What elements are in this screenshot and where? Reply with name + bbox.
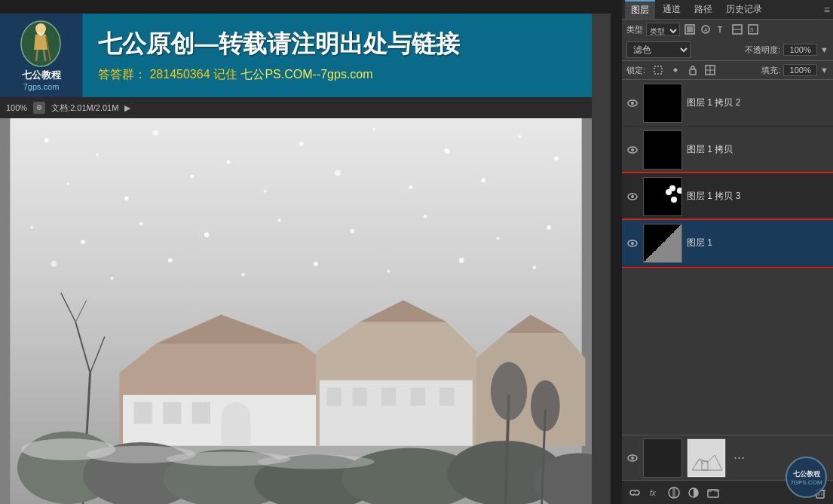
opacity-input[interactable] — [783, 44, 817, 56]
search-row: 类型 类型 A T S — [622, 20, 833, 39]
svg-point-91 — [631, 242, 634, 245]
banner-logo: 七公教程 7gps.com — [0, 14, 83, 97]
svg-point-37 — [387, 270, 390, 273]
svg-rect-79 — [654, 66, 662, 74]
svg-text:fx: fx — [650, 489, 657, 497]
svg-point-23 — [30, 226, 33, 229]
lock-label: 锁定: — [626, 65, 645, 76]
layer-icon-shape[interactable] — [730, 23, 744, 36]
fill-arrow[interactable]: ▼ — [820, 66, 828, 75]
svg-rect-51 — [352, 387, 366, 405]
layer-icon-adjustment[interactable]: A — [699, 23, 712, 36]
layer-icon-img[interactable] — [683, 23, 697, 36]
layer-thumb-1 — [643, 224, 682, 263]
layers-list[interactable]: 图层 1 拷贝 2 图层 1 拷贝 图层 1 拷贝 3 — [622, 80, 833, 435]
svg-point-18 — [190, 175, 194, 179]
layer-item-copy2[interactable]: 图层 1 拷贝 2 — [622, 80, 833, 127]
layer-thumb-copy2 — [643, 84, 682, 123]
fx-icon[interactable]: fx — [646, 484, 663, 501]
svg-rect-94 — [688, 440, 724, 476]
svg-text:T: T — [718, 26, 722, 34]
eye-icon-1[interactable] — [626, 237, 639, 249]
svg-point-15 — [554, 156, 559, 160]
svg-rect-98 — [672, 487, 675, 498]
svg-point-31 — [547, 225, 551, 230]
opacity-label: 不透明度: — [745, 44, 780, 56]
svg-point-35 — [241, 273, 245, 276]
fill-label: 填充: — [761, 65, 780, 76]
eye-icon-copy[interactable] — [626, 144, 639, 156]
svg-rect-46 — [134, 402, 152, 424]
layer-icon-text[interactable]: T — [715, 23, 728, 36]
adjustment-layer-icon[interactable] — [685, 484, 702, 501]
svg-point-11 — [299, 142, 304, 146]
svg-point-10 — [227, 160, 231, 164]
subtitle-highlight: 七公PS.COM--7gps.com — [240, 68, 372, 81]
tab-paths[interactable]: 路径 — [688, 1, 718, 18]
new-group-icon[interactable] — [705, 484, 721, 501]
svg-point-24 — [81, 240, 85, 244]
svg-point-36 — [314, 261, 318, 266]
canvas-svg — [0, 118, 592, 504]
svg-point-13 — [445, 148, 450, 154]
search-type-select[interactable]: 类型 — [647, 26, 679, 36]
add-mask-icon[interactable] — [666, 484, 682, 501]
svg-point-8 — [96, 153, 99, 156]
svg-point-14 — [519, 135, 522, 138]
lock-pixels-icon[interactable] — [669, 63, 682, 77]
svg-point-16 — [67, 182, 70, 185]
tab-layers[interactable]: 图层 — [625, 0, 655, 19]
right-panel: 图层 通道 路径 历史记录 ≡ 类型 类型 A T S — [622, 0, 833, 504]
svg-rect-52 — [381, 387, 396, 405]
tab-history[interactable]: 历史记录 — [720, 1, 768, 18]
link-layers-icon[interactable] — [626, 484, 643, 501]
logo-text: 七公教程 — [22, 69, 61, 82]
lock-position-icon[interactable] — [686, 63, 700, 77]
svg-rect-80 — [690, 69, 696, 75]
svg-rect-54 — [439, 387, 454, 405]
eye-icon-bg[interactable] — [626, 452, 639, 464]
layer-thumb-copy3 — [643, 177, 682, 216]
watermark-text: 七公教程 — [793, 469, 820, 479]
more-icon[interactable]: ··· — [733, 450, 745, 466]
tab-channels[interactable]: 通道 — [657, 1, 687, 18]
svg-point-93 — [631, 457, 634, 460]
svg-point-85 — [631, 102, 634, 105]
svg-point-19 — [264, 190, 267, 193]
blend-mode-select[interactable]: 滤色 — [626, 41, 691, 58]
banner-subtitle: 答答群： 281450364 记住 七公PS.COM--7gps.com — [98, 67, 577, 83]
svg-point-39 — [532, 266, 536, 270]
panel-menu-icon[interactable]: ≡ — [824, 4, 830, 16]
fill-input[interactable] — [783, 64, 817, 76]
settings-icon[interactable]: ⚙ — [33, 102, 45, 114]
watermark-sub: 7GPS.COM — [790, 479, 822, 486]
banner-title: 七公原创—转载请注明出处与链接 — [98, 28, 577, 61]
layer-item-copy3[interactable]: 图层 1 拷贝 3 — [622, 173, 833, 220]
opacity-arrow[interactable]: ▼ — [820, 45, 828, 54]
lock-artboard-icon[interactable] — [703, 63, 717, 77]
svg-point-89 — [631, 195, 634, 198]
layer-item-1[interactable]: 图层 1 — [622, 220, 833, 267]
svg-rect-50 — [327, 387, 341, 405]
fill-row: 填充: ▼ — [761, 64, 828, 76]
canvas-area: 七公教程 7gps.com 七公原创—转载请注明出处与链接 答答群： 28145… — [0, 14, 611, 504]
lock-icons — [651, 63, 717, 77]
watermark: 七公教程 7GPS.COM — [786, 457, 827, 498]
logo-sub: 7gps.com — [23, 82, 60, 91]
layer-thumb-bg — [643, 438, 682, 478]
eye-icon-copy3[interactable] — [626, 191, 639, 203]
svg-point-29 — [424, 215, 427, 218]
doc-info: 文档:2.01M/2.01M — [51, 102, 118, 114]
svg-point-32 — [51, 261, 57, 267]
ruler-right — [611, 14, 622, 504]
progress-arrow[interactable]: ▶ — [124, 103, 130, 113]
eye-icon-copy2[interactable] — [626, 97, 639, 109]
svg-point-30 — [497, 237, 500, 240]
search-select-box[interactable]: 类型 — [646, 23, 680, 36]
svg-point-21 — [409, 185, 412, 189]
svg-point-9 — [153, 130, 159, 136]
layer-item-copy[interactable]: 图层 1 拷贝 — [622, 127, 833, 173]
layer-icon-smart[interactable]: S — [746, 23, 760, 36]
svg-rect-71 — [687, 26, 693, 32]
lock-transparent-icon[interactable] — [651, 63, 665, 77]
